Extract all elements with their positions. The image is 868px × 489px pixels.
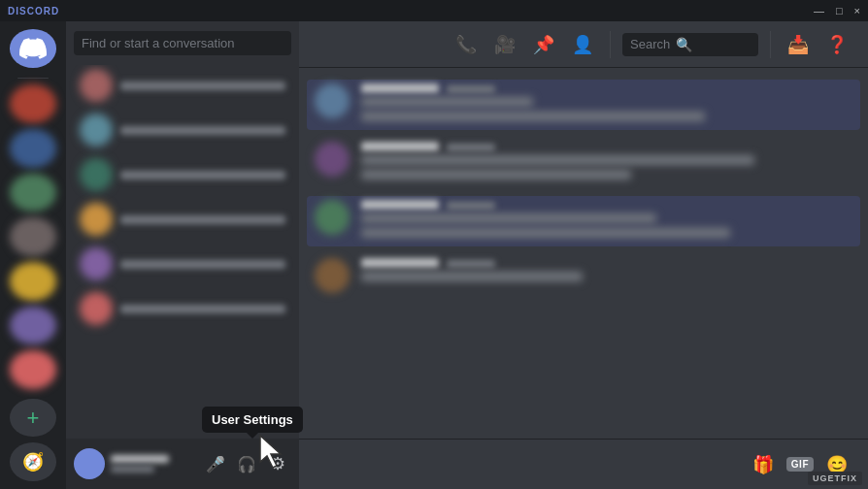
search-placeholder: Search: [630, 37, 670, 51]
user-panel-controls: 🎤 🎧 ⚙: [202, 450, 291, 477]
search-input[interactable]: Search 🔍: [622, 33, 758, 56]
gif-button[interactable]: GIF: [786, 457, 814, 472]
message-avatar-2: [315, 142, 350, 177]
user-info: [111, 455, 196, 473]
bottom-bar: 🎁 GIF 😊: [299, 439, 868, 489]
messages-area: [299, 68, 868, 439]
server-sidebar: + 🧭: [0, 21, 66, 489]
message-group-2: [315, 142, 852, 184]
message-avatar-1: [315, 83, 350, 118]
maximize-button[interactable]: □: [836, 5, 843, 16]
message-text-4: [361, 272, 583, 281]
message-group-4: [315, 258, 852, 293]
add-server-button[interactable]: +: [10, 399, 56, 438]
title-bar: DISCORD — □ ×: [0, 0, 868, 21]
search-placeholder-text: Find or start a conversation: [82, 36, 235, 50]
server-divider: [17, 78, 49, 80]
channels-search-area: Find or start a conversation: [66, 21, 299, 65]
app-logo: DISCORD: [8, 6, 59, 16]
help-button[interactable]: ❓: [821, 29, 852, 60]
message-username-1: [361, 83, 439, 93]
user-panel: User Settings 🎤 🎧 ⚙: [66, 439, 299, 489]
channel-name-4: [120, 215, 285, 224]
channels-list: [66, 65, 299, 439]
discord-logo-icon: [19, 35, 47, 62]
message-text-1: [361, 97, 533, 107]
channel-item-3[interactable]: [74, 154, 291, 195]
inbox-button[interactable]: 📥: [783, 29, 814, 60]
title-bar-left: DISCORD: [8, 6, 59, 16]
window-controls[interactable]: — □ ×: [814, 5, 860, 16]
message-text-2: [361, 155, 754, 165]
channel-item-2[interactable]: [74, 110, 291, 150]
channel-name-6: [120, 305, 285, 313]
server-icon-1[interactable]: [10, 84, 56, 123]
toolbar-divider: [610, 31, 611, 58]
message-username-2: [361, 142, 439, 151]
channel-name-2: [120, 126, 285, 135]
channel-name-5: [120, 260, 285, 269]
add-friend-button[interactable]: 👤: [567, 29, 598, 60]
start-video-call-button[interactable]: 🎥: [489, 29, 520, 60]
message-text-1b: [361, 112, 705, 121]
channel-item-4[interactable]: [74, 199, 291, 240]
server-icon-7[interactable]: [10, 350, 56, 389]
explore-servers-button[interactable]: 🧭: [10, 442, 56, 481]
user-status-blur: [111, 466, 154, 473]
channel-name-1: [120, 82, 285, 90]
top-toolbar: 📞 🎥 📌 👤 Search 🔍 📥 ❓: [299, 21, 868, 68]
discord-home-button[interactable]: [10, 29, 56, 68]
message-header-3: [361, 200, 852, 210]
channel-avatar-5: [80, 247, 113, 280]
channel-avatar-4: [80, 203, 113, 236]
deafen-button[interactable]: 🎧: [233, 450, 260, 477]
server-icon-2[interactable]: [10, 129, 56, 168]
minimize-button[interactable]: —: [814, 5, 824, 16]
server-icon-3[interactable]: [10, 174, 56, 212]
watermark: UGETFIX: [808, 472, 862, 485]
username-blur: [111, 455, 169, 463]
message-avatar-3: [315, 200, 350, 235]
gift-button[interactable]: 🎁: [748, 449, 779, 480]
channel-name-3: [120, 171, 285, 179]
app-body: + 🧭 Find or start a conversation: [0, 21, 868, 489]
message-timestamp-3: [447, 202, 495, 210]
user-avatar: [74, 448, 105, 479]
message-content-3: [361, 200, 852, 243]
message-avatar-4: [315, 258, 350, 293]
find-conversation-input[interactable]: Find or start a conversation: [74, 31, 291, 55]
channel-avatar-2: [80, 114, 113, 147]
server-icon-6[interactable]: [10, 307, 56, 345]
message-header-2: [361, 142, 852, 151]
search-icon: 🔍: [676, 37, 692, 52]
channel-item-6[interactable]: [74, 288, 291, 329]
close-button[interactable]: ×: [854, 5, 860, 16]
server-icon-4[interactable]: [10, 217, 56, 256]
user-settings-button[interactable]: ⚙: [264, 450, 291, 477]
message-group-1: [307, 80, 860, 130]
mute-button[interactable]: 🎤: [202, 450, 229, 477]
message-header-4: [361, 258, 852, 268]
message-text-2b: [361, 170, 631, 179]
message-group-3: [307, 196, 860, 246]
message-content-2: [361, 142, 852, 184]
message-timestamp-1: [447, 85, 495, 93]
channel-item-1[interactable]: [74, 65, 291, 106]
message-text-3: [361, 213, 656, 223]
server-icon-5[interactable]: [10, 262, 56, 301]
message-timestamp-2: [447, 144, 495, 151]
channel-item-5[interactable]: [74, 244, 291, 284]
message-content-1: [361, 83, 852, 126]
message-content-4: [361, 258, 852, 286]
toolbar-divider-2: [770, 31, 771, 58]
main-content: 📞 🎥 📌 👤 Search 🔍 📥 ❓: [299, 21, 868, 489]
channel-avatar-1: [80, 69, 113, 102]
message-username-3: [361, 200, 439, 210]
channel-avatar-3: [80, 158, 113, 191]
message-text-3b: [361, 228, 730, 238]
channels-sidebar: Find or start a conversation: [66, 21, 299, 489]
pin-messages-button[interactable]: 📌: [528, 29, 559, 60]
message-username-4: [361, 258, 439, 268]
channel-avatar-6: [80, 292, 113, 325]
start-voice-call-button[interactable]: 📞: [451, 29, 482, 60]
